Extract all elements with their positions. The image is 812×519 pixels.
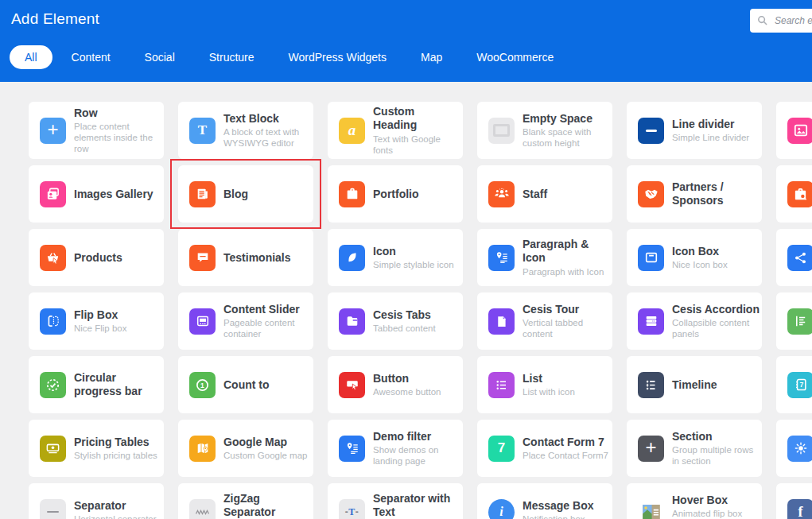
element-subtitle: Simple Line divider (672, 132, 749, 143)
page-icon (488, 308, 515, 335)
element-title: Timeline (672, 378, 717, 392)
tab-woocommerce[interactable]: WooCommerce (461, 45, 569, 69)
tab-social[interactable]: Social (130, 45, 190, 69)
element-card-staff[interactable]: Staff (477, 165, 612, 223)
element-title: Blog (223, 188, 248, 201)
element-title: Testimonials (223, 251, 291, 265)
tab-wordpress-widgets[interactable]: WordPress Widgets (274, 45, 402, 69)
folded-map-icon (189, 436, 216, 462)
tab-content[interactable]: Content (56, 45, 126, 69)
newspaper-icon (189, 181, 216, 207)
element-card-cesis-tour[interactable]: Cesis TourVertical tabbed content (477, 292, 612, 350)
element-card-separator-with-text[interactable]: -T-Separator with TextHorizontal separat… (328, 483, 463, 519)
element-card-list[interactable]: ListList with icon (477, 356, 612, 413)
element-title: Row (74, 107, 162, 120)
element-title: Circular progress bar (74, 371, 162, 397)
images-gallery-icon (40, 181, 66, 207)
element-card-section[interactable]: +SectionGroup multiple rows in section (627, 420, 762, 477)
element-card-clipped-35[interactable] (776, 420, 812, 477)
element-title: Icon (373, 245, 454, 258)
element-card-row[interactable]: +RowPlace content elements inside the ro… (29, 102, 164, 159)
element-card-circular-progress-bar[interactable]: Circular progress bar (29, 356, 164, 413)
svg-text:7: 7 (799, 381, 803, 389)
pin-lines-icon (339, 436, 365, 462)
element-card-images-gallery[interactable]: Images Gallery (29, 165, 164, 223)
element-title: Flip Box (74, 308, 126, 322)
page-title: Add Element (11, 10, 99, 28)
element-card-content-slider[interactable]: Content SliderPageable content container (178, 292, 313, 350)
element-card-button[interactable]: ButtonAwesome button (328, 356, 463, 413)
element-card-separator[interactable]: SeparatorHorizontal separator (29, 483, 164, 519)
svg-text:1: 1 (200, 381, 204, 389)
element-card-line-divider[interactable]: Line dividerSimple Line divider (627, 102, 762, 159)
element-card-portfolio[interactable]: Portfolio (328, 165, 463, 223)
element-subtitle: Text with Google fonts (373, 134, 461, 156)
hover-picture-icon (638, 499, 664, 519)
element-card-custom-heading[interactable]: aCustom HeadingText with Google fonts (328, 102, 463, 159)
element-title: Empty Space (523, 112, 611, 126)
element-card-count-to[interactable]: 1Count to (178, 356, 313, 413)
plus-icon: + (638, 436, 664, 462)
element-title: Contact Form 7 (523, 436, 608, 449)
element-card-clipped-23[interactable] (776, 292, 812, 350)
tab-all[interactable]: All (10, 45, 52, 69)
folder-icon (339, 308, 365, 335)
element-subtitle: Tabbed content (373, 323, 436, 334)
element-title: Content Slider (223, 303, 312, 316)
tab-structure[interactable]: Structure (194, 45, 270, 69)
element-title: Google Map (223, 436, 307, 449)
element-subtitle: Nice Flip box (74, 323, 126, 334)
element-title: Pricing Tables (74, 436, 157, 449)
element-card-pricing-tables[interactable]: Pricing TablesStylish pricing tables (29, 420, 164, 477)
element-card-clipped-41[interactable]: f (776, 483, 812, 519)
element-title: Icon Box (672, 245, 728, 258)
element-subtitle: Place content elements inside the row (74, 121, 162, 154)
tab-map[interactable]: Map (406, 45, 457, 69)
handshake-icon (638, 181, 664, 207)
search-box[interactable] (750, 9, 812, 33)
circle-one-icon: 1 (189, 372, 216, 398)
element-title: Message Box (523, 499, 593, 513)
element-card-contact-form-7[interactable]: 7Contact Form 7Place Contact Form7 (477, 420, 612, 477)
briefcase-search-icon (787, 181, 812, 207)
element-card-demo-filter[interactable]: Demo filterShow demos on landing page (328, 420, 463, 477)
separator-line-icon (40, 499, 66, 519)
picture-icon (787, 118, 812, 144)
element-card-paragraph-icon[interactable]: Paragraph & IconParagraph with Icon (477, 229, 612, 286)
element-card-cesis-tabs[interactable]: Cesis TabsTabbed content (328, 292, 463, 350)
element-subtitle: Animated flip box with (672, 508, 760, 519)
element-card-products[interactable]: Products (29, 229, 164, 286)
empty-space-icon (488, 118, 515, 144)
element-card-clipped-29[interactable]: 7 (776, 356, 812, 413)
element-card-zigzag-separator[interactable]: ZigZag SeparatorHorizontal zigzag (178, 483, 313, 519)
notebook-7-icon: 7 (787, 372, 812, 398)
element-subtitle: Collapsible content panels (672, 317, 760, 339)
element-title: Section (672, 430, 760, 443)
element-card-icon[interactable]: IconSimple stylable icon (328, 229, 463, 286)
element-card-google-map[interactable]: Google MapCustom Google map (178, 420, 313, 477)
briefcase-icon (339, 181, 365, 207)
basket-cursor-icon (40, 245, 66, 271)
element-card-clipped-5[interactable] (776, 102, 812, 159)
element-card-flip-box[interactable]: Flip BoxNice Flip box (29, 292, 164, 350)
element-card-empty-space[interactable]: Empty SpaceBlank space with custom heigh… (477, 102, 612, 159)
element-card-clipped-17[interactable] (776, 229, 812, 286)
element-card-hover-box[interactable]: Hover BoxAnimated flip box with (627, 483, 762, 519)
element-card-partners-sponsors[interactable]: Partners / Sponsors (627, 165, 762, 223)
leaf-icon (339, 245, 365, 271)
element-card-icon-box[interactable]: Icon BoxNice Icon box (627, 229, 762, 286)
element-card-message-box[interactable]: iMessage BoxNotification box (477, 483, 612, 519)
element-card-text-block[interactable]: TText BlockA block of text with WYSIWYG … (178, 102, 313, 159)
element-subtitle: Simple stylable icon (373, 259, 454, 270)
element-title: Count to (223, 378, 270, 392)
element-title: Button (373, 372, 441, 385)
element-subtitle: Vertical tabbed content (523, 317, 611, 339)
element-subtitle: Group multiple rows in section (672, 444, 760, 467)
element-card-cesis-accordion[interactable]: Cesis AccordionCollapsible content panel… (627, 292, 762, 350)
element-card-testimonials[interactable]: Testimonials (178, 229, 313, 286)
element-card-timeline[interactable]: Timeline (627, 356, 762, 413)
element-card-clipped-11[interactable] (776, 165, 812, 223)
element-title: Line divider (672, 118, 749, 131)
element-card-blog[interactable]: Blog (178, 165, 313, 223)
search-input[interactable] (773, 14, 812, 27)
